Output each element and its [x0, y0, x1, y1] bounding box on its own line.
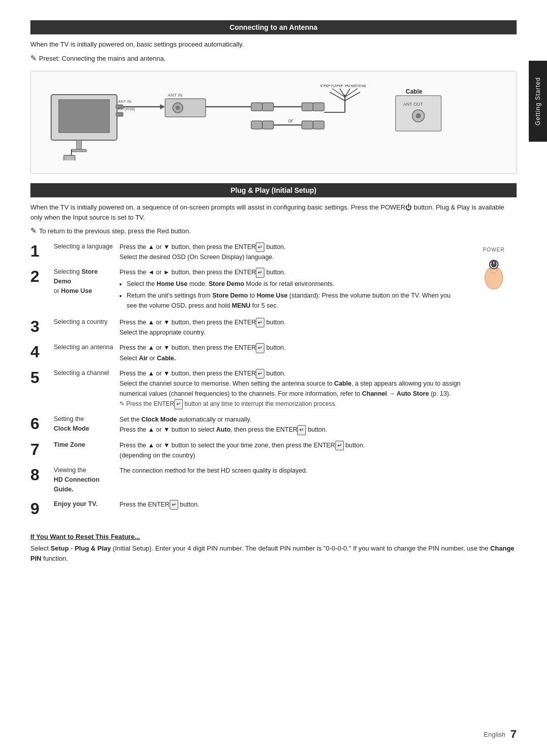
step-4-desc: Press the ▲ or ▼ button, then press the …: [120, 343, 461, 363]
step-3-number: 3: [30, 318, 49, 334]
svg-text:EXT(RGB): EXT(RGB): [118, 107, 135, 111]
svg-rect-3: [71, 149, 87, 152]
step-7-desc: Press the ▲ or ▼ button to select the yo…: [120, 440, 461, 461]
step-5-desc: Press the ▲ or ▼ button, then press the …: [120, 368, 461, 409]
svg-rect-22: [313, 103, 324, 111]
side-tab: Getting Started: [529, 61, 547, 142]
step-8-number: 8: [30, 467, 49, 483]
svg-text:Cable: Cable: [406, 88, 422, 95]
step-2-desc: Press the ◄ or ► button, then press the …: [120, 267, 461, 312]
step-6: 6 Setting theClock Mode Set the Clock Mo…: [30, 414, 461, 435]
step-9-label: Enjoy your TV.: [54, 499, 120, 509]
step-6-label: Setting theClock Mode: [54, 414, 120, 434]
step-3-label: Selecting a country: [54, 317, 120, 327]
page-container: Getting Started Connecting to an Antenna…: [0, 0, 547, 756]
step-3: 3 Selecting a country Press the ▲ or ▼ b…: [30, 317, 461, 338]
footer-lang: English: [484, 731, 505, 738]
svg-text:VHF/UHF Antenna: VHF/UHF Antenna: [320, 85, 366, 88]
page-number: 7: [511, 728, 517, 741]
power-button-svg: [476, 256, 512, 296]
step-5-label: Selecting a channel: [54, 368, 120, 378]
svg-text:ANT IN: ANT IN: [118, 99, 131, 104]
step-4: 4 Selecting an antenna Press the ▲ or ▼ …: [30, 343, 461, 363]
step-2-label: Selecting Store Demoor Home Use: [54, 267, 120, 296]
step-8: 8 Viewing theHD Connection Guide. The co…: [30, 466, 461, 494]
svg-rect-6: [116, 112, 123, 116]
page-footer: English 7: [484, 728, 517, 741]
step-5: 5 Selecting a channel Press the ▲ or ▼ b…: [30, 368, 461, 409]
svg-line-30: [332, 89, 345, 97]
svg-rect-18: [251, 103, 262, 111]
reset-text: Select Setup - Plug & Play (Initial Setu…: [30, 543, 517, 565]
svg-rect-25: [251, 121, 262, 129]
svg-rect-21: [302, 103, 313, 111]
svg-rect-1: [59, 100, 109, 133]
antenna-section-header: Connecting to an Antenna: [30, 20, 517, 34]
svg-point-15: [176, 106, 180, 110]
side-tab-label: Getting Started: [534, 77, 541, 125]
step-1-number: 1: [30, 243, 49, 259]
power-image-area: POWER: [471, 242, 517, 522]
svg-text:ANT IN: ANT IN: [168, 93, 182, 98]
power-label: POWER: [483, 247, 505, 253]
step-1-label: Selecting a language: [54, 242, 120, 251]
step-8-label: Viewing theHD Connection Guide.: [54, 466, 120, 494]
svg-rect-9: [64, 155, 75, 160]
svg-rect-28: [313, 121, 324, 129]
svg-text:ANT OUT: ANT OUT: [403, 102, 423, 107]
step-1-desc: Press the ▲ or ▼ button, then press the …: [120, 242, 461, 263]
reset-section: If You Want to Reset This Feature... Sel…: [30, 533, 517, 565]
steps-table: 1 Selecting a language Press the ▲ or ▼ …: [30, 242, 461, 522]
step-2: 2 Selecting Store Demoor Home Use Press …: [30, 267, 461, 312]
step-6-number: 6: [30, 415, 49, 432]
step-6-desc: Set the Clock Mode automatically or manu…: [120, 414, 461, 435]
step-9: 9 Enjoy your TV. Press the ENTER↵ button…: [30, 499, 461, 517]
svg-rect-19: [262, 103, 274, 111]
svg-rect-13: [165, 99, 206, 117]
step-4-number: 4: [30, 344, 49, 360]
svg-point-42: [416, 113, 421, 118]
step-5-number: 5: [30, 369, 49, 386]
step-9-desc: Press the ENTER↵ button.: [120, 499, 461, 510]
antenna-diagram-svg: ANT IN EXT(RGB) Power Input ANT IN: [41, 85, 477, 160]
svg-text:or: or: [288, 117, 293, 123]
svg-rect-26: [262, 121, 274, 129]
antenna-intro: When the TV is initially powered on, bas…: [30, 39, 517, 50]
step-3-desc: Press the ▲ or ▼ button, then press the …: [120, 317, 461, 338]
step-7: 7 Time Zone Press the ▲ or ▼ button to s…: [30, 440, 461, 461]
step-1: 1 Selecting a language Press the ▲ or ▼ …: [30, 242, 461, 263]
step-9-number: 9: [30, 500, 49, 517]
antenna-note: ✎Preset: Connecting the mains and antenn…: [30, 53, 517, 64]
svg-line-33: [345, 89, 358, 97]
diagram-svg: ANT IN EXT(RGB) Power Input ANT IN: [41, 79, 506, 165]
step-8-desc: The connection method for the best HD sc…: [120, 466, 461, 476]
reset-header: If You Want to Reset This Feature...: [30, 533, 517, 540]
svg-rect-2: [76, 140, 82, 149]
step-7-label: Time Zone: [54, 440, 120, 450]
step-7-number: 7: [30, 441, 49, 457]
antenna-diagram: ANT IN EXT(RGB) Power Input ANT IN: [30, 71, 517, 174]
plug-play-note: ✎To return to the previous step, press t…: [30, 225, 517, 237]
svg-marker-12: [160, 104, 165, 109]
plug-play-header: Plug & Play (Initial Setup): [30, 183, 517, 197]
steps-section: 1 Selecting a language Press the ▲ or ▼ …: [30, 242, 517, 522]
step-4-label: Selecting an antenna: [54, 343, 120, 352]
plug-play-intro: When the TV is initially powered on, a s…: [30, 202, 517, 222]
svg-rect-27: [302, 121, 313, 129]
step-2-number: 2: [30, 268, 49, 284]
